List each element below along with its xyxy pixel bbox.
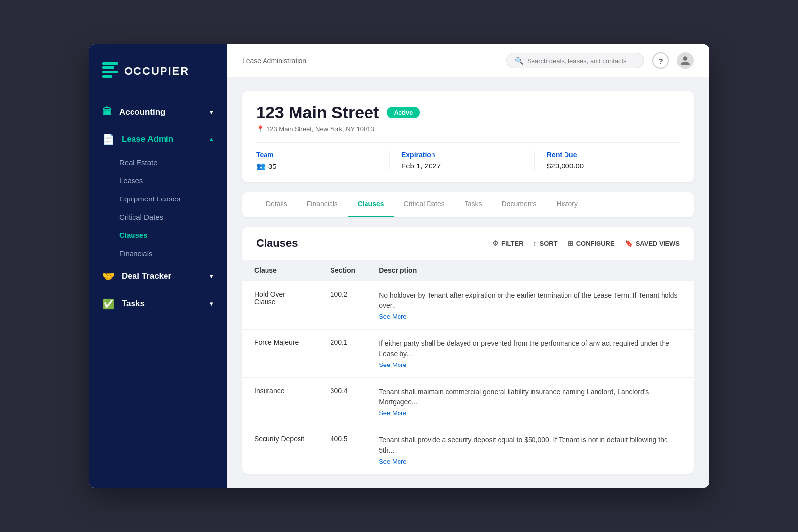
accounting-icon: 🏛 <box>102 106 112 118</box>
tab-critical-dates[interactable]: Critical Dates <box>394 192 455 217</box>
location-icon: 📍 <box>256 125 264 133</box>
configure-icon: ⊞ <box>567 239 573 247</box>
team-icon: 👥 <box>256 162 266 170</box>
sidebar-item-deal-tracker[interactable]: 🤝 Deal Tracker ▾ <box>89 263 227 290</box>
clause-section-0: 100.2 <box>319 281 367 330</box>
subnav-financials[interactable]: Financials <box>119 244 227 263</box>
search-box[interactable]: 🔍 <box>506 53 644 68</box>
clause-name-3: Security Deposit <box>242 426 319 474</box>
clauses-table: Clause Section Description Hold Over Cla… <box>242 260 694 474</box>
sidebar-deal-tracker-label: Deal Tracker <box>122 271 171 281</box>
tab-details[interactable]: Details <box>256 192 297 217</box>
expiration-meta: Expiration Feb 1, 2027 <box>389 151 534 170</box>
accounting-chevron: ▾ <box>210 109 213 116</box>
lease-admin-subnav: Real Estate Leases Equipment Leases Crit… <box>89 153 227 263</box>
user-avatar[interactable] <box>677 52 694 69</box>
sort-button[interactable]: ↕ SORT <box>533 239 558 247</box>
configure-label: CONFIGURE <box>576 240 615 247</box>
subnav-clauses[interactable]: Clauses <box>119 226 227 244</box>
subnav-critical-dates[interactable]: Critical Dates <box>119 208 227 226</box>
sidebar-accounting-label: Accounting <box>119 107 166 117</box>
team-count: 35 <box>268 162 277 170</box>
subnav-equipment-leases[interactable]: Equipment Leases <box>119 190 227 208</box>
rent-label: Rent Due <box>547 151 668 159</box>
tab-history[interactable]: History <box>546 192 588 217</box>
col-clause: Clause <box>242 260 319 281</box>
toolbar: ⚙ FILTER ↕ SORT ⊞ CONFIGURE 🔖 <box>492 239 680 247</box>
clause-name-0: Hold Over Clause <box>242 281 319 330</box>
saved-views-icon: 🔖 <box>625 239 633 247</box>
team-meta: Team 👥 35 <box>256 151 389 170</box>
address-text: 123 Main Street, New York, NY 10013 <box>266 125 374 133</box>
see-more-link-3[interactable]: See More <box>379 458 682 465</box>
lease-admin-chevron: ▴ <box>210 136 213 143</box>
clause-name-2: Insurance <box>242 378 319 426</box>
saved-views-label: SAVED VIEWS <box>636 240 680 247</box>
sidebar-item-lease-admin[interactable]: 📄 Lease Admin ▴ <box>89 126 227 153</box>
sidebar-item-tasks[interactable]: ✅ Tasks ▾ <box>89 290 227 318</box>
sidebar-item-accounting[interactable]: 🏛 Accounting ▾ <box>89 99 227 126</box>
search-input[interactable] <box>527 57 636 65</box>
help-button[interactable]: ? <box>652 52 669 69</box>
table-row: Insurance 300.4 Tenant shall maintain co… <box>242 378 694 426</box>
search-icon: 🔍 <box>515 57 523 65</box>
clauses-header: Clauses ⚙ FILTER ↕ SORT ⊞ CONFIGURE <box>242 227 694 260</box>
subnav-real-estate[interactable]: Real Estate <box>119 153 227 171</box>
sort-label: SORT <box>540 240 558 247</box>
tab-clauses[interactable]: Clauses <box>348 192 394 217</box>
property-title: 123 Main Street <box>256 103 379 122</box>
logo[interactable]: OCCUPIER <box>89 44 227 99</box>
clause-name-1: Force Majeure <box>242 330 319 378</box>
see-more-link-0[interactable]: See More <box>379 313 682 320</box>
clause-desc-3: Tenant shall provide a security deposit … <box>367 426 694 474</box>
topbar: Lease Administration 🔍 ? <box>227 44 709 77</box>
col-description: Description <box>367 260 694 281</box>
sidebar: OCCUPIER 🏛 Accounting ▾ 📄 Lease Admin ▴ … <box>89 44 227 488</box>
sidebar-tasks-label: Tasks <box>122 299 145 309</box>
clause-section-3: 400.5 <box>319 426 367 474</box>
content-area: 123 Main Street Active 📍 123 Main Street… <box>227 77 709 488</box>
sort-icon: ↕ <box>533 239 537 247</box>
logo-icon <box>102 62 118 81</box>
deal-tracker-icon: 🤝 <box>102 270 115 282</box>
tab-tasks[interactable]: Tasks <box>455 192 492 217</box>
deal-tracker-chevron: ▾ <box>210 273 213 280</box>
table-row: Force Majeure 200.1 If either party shal… <box>242 330 694 378</box>
logo-text: OCCUPIER <box>124 65 189 78</box>
rent-meta: Rent Due $23,000.00 <box>534 151 680 170</box>
tasks-chevron: ▾ <box>210 300 213 307</box>
sidebar-lease-admin-label: Lease Admin <box>122 134 173 144</box>
clause-section-2: 300.4 <box>319 378 367 426</box>
filter-label: FILTER <box>501 240 524 247</box>
property-title-row: 123 Main Street Active <box>256 103 680 122</box>
filter-button[interactable]: ⚙ FILTER <box>492 239 524 247</box>
tabs-bar: Details Financials Clauses Critical Date… <box>242 192 694 217</box>
tab-documents[interactable]: Documents <box>492 192 547 217</box>
clause-section-1: 200.1 <box>319 330 367 378</box>
topbar-right: 🔍 ? <box>506 52 694 69</box>
saved-views-button[interactable]: 🔖 SAVED VIEWS <box>625 239 680 247</box>
subnav-leases[interactable]: Leases <box>119 171 227 190</box>
clause-desc-0: No holdover by Tenant after expiration o… <box>367 281 694 330</box>
see-more-link-2[interactable]: See More <box>379 409 682 417</box>
clauses-title: Clauses <box>256 237 298 250</box>
team-label: Team <box>256 151 377 159</box>
clauses-section: Clauses ⚙ FILTER ↕ SORT ⊞ CONFIGURE <box>242 227 694 474</box>
clause-desc-2: Tenant shall maintain commercial general… <box>367 378 694 426</box>
col-section: Section <box>319 260 367 281</box>
meta-row: Team 👥 35 Expiration Feb 1, 2027 Rent Du… <box>256 142 680 170</box>
breadcrumb: Lease Administration <box>242 57 306 65</box>
table-header: Clause Section Description <box>242 260 694 281</box>
lease-admin-icon: 📄 <box>102 133 115 145</box>
tab-financials[interactable]: Financials <box>297 192 348 217</box>
table-row: Hold Over Clause 100.2 No holdover by Te… <box>242 281 694 330</box>
configure-button[interactable]: ⊞ CONFIGURE <box>567 239 615 247</box>
table-row: Security Deposit 400.5 Tenant shall prov… <box>242 426 694 474</box>
see-more-link-1[interactable]: See More <box>379 361 682 368</box>
expiration-label: Expiration <box>401 151 523 159</box>
table-body: Hold Over Clause 100.2 No holdover by Te… <box>242 281 694 474</box>
status-badge: Active <box>387 107 420 118</box>
team-value: 👥 35 <box>256 162 377 170</box>
main-content: Lease Administration 🔍 ? 123 Main St <box>227 44 709 488</box>
clause-desc-1: If either party shall be delayed or prev… <box>367 330 694 378</box>
